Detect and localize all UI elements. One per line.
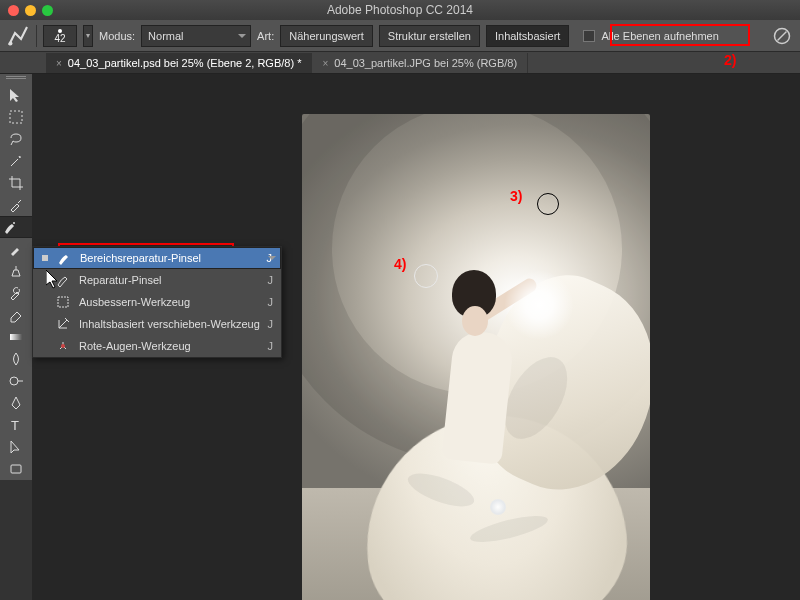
- history-brush-tool[interactable]: [2, 282, 30, 304]
- blur-tool[interactable]: [2, 348, 30, 370]
- flyout-item-shortcut: J: [268, 296, 274, 308]
- brush-cursor-icon: [414, 264, 438, 288]
- title-bar: Adobe Photoshop CC 2014: [0, 0, 800, 20]
- type-tool[interactable]: T: [2, 414, 30, 436]
- document-tab[interactable]: × 04_03_partikel.psd bei 25% (Ebene 2, R…: [46, 53, 312, 73]
- sample-all-layers-checkbox[interactable]: Alle Ebenen aufnehmen: [575, 24, 726, 48]
- clone-stamp-tool[interactable]: [2, 260, 30, 282]
- svg-point-5: [10, 377, 18, 385]
- flyout-item-spot-healing[interactable]: Bereichsreparatur-Pinsel J: [33, 247, 281, 269]
- pressure-toggle-button[interactable]: [770, 24, 794, 48]
- close-tab-icon[interactable]: ×: [322, 58, 328, 69]
- flyout-item-healing-brush[interactable]: Reparatur-Pinsel J: [33, 269, 281, 291]
- flyout-item-shortcut: J: [267, 252, 273, 264]
- type-content-aware-button[interactable]: Inhaltsbasiert: [486, 25, 569, 47]
- patch-tool-icon: [55, 294, 71, 310]
- modus-label: Modus:: [99, 30, 135, 42]
- flyout-item-label: Inhaltsbasiert verschieben-Werkzeug: [79, 318, 260, 330]
- flyout-item-patch[interactable]: Ausbessern-Werkzeug J: [33, 291, 281, 313]
- flyout-item-label: Reparatur-Pinsel: [79, 274, 260, 286]
- app-title: Adobe Photoshop CC 2014: [0, 3, 800, 17]
- move-tool[interactable]: [2, 84, 30, 106]
- content-aware-move-icon: [55, 316, 71, 332]
- flyout-item-shortcut: J: [268, 340, 274, 352]
- svg-rect-7: [11, 465, 21, 473]
- tools-panel: T: [0, 74, 32, 480]
- document-image: [302, 114, 650, 600]
- svg-text:T: T: [11, 418, 19, 433]
- svg-rect-8: [58, 297, 68, 307]
- red-eye-icon: [55, 338, 71, 354]
- dodge-tool[interactable]: [2, 370, 30, 392]
- document-tab[interactable]: × 04_03_partikel.JPG bei 25% (RGB/8): [312, 53, 528, 73]
- healing-tools-flyout: Bereichsreparatur-Pinsel J Reparatur-Pin…: [32, 246, 282, 358]
- flyout-item-shortcut: J: [268, 318, 274, 330]
- brush-tool[interactable]: [2, 238, 30, 260]
- options-bar: 42 ▾ Modus: Normal Art: Näherungswert St…: [0, 20, 800, 52]
- document-tab-strip: × 04_03_partikel.psd bei 25% (Ebene 2, R…: [0, 52, 800, 74]
- brush-preset-picker[interactable]: 42: [43, 25, 77, 47]
- tab-label: 04_03_partikel.psd bei 25% (Ebene 2, RGB…: [68, 57, 302, 69]
- svg-point-9: [61, 344, 65, 348]
- flyout-item-label: Ausbessern-Werkzeug: [79, 296, 260, 308]
- current-tool-icon[interactable]: [6, 24, 30, 48]
- flyout-item-shortcut: J: [268, 274, 274, 286]
- eraser-tool[interactable]: [2, 304, 30, 326]
- close-tab-icon[interactable]: ×: [56, 58, 62, 69]
- art-label: Art:: [257, 30, 274, 42]
- flyout-item-label: Rote-Augen-Werkzeug: [79, 340, 260, 352]
- active-indicator-icon: [42, 255, 48, 261]
- mode-select[interactable]: Normal: [141, 25, 251, 47]
- sample-all-layers-label: Alle Ebenen aufnehmen: [601, 30, 718, 42]
- brush-dropdown-icon[interactable]: ▾: [83, 25, 93, 47]
- gradient-tool[interactable]: [2, 326, 30, 348]
- type-proximity-button[interactable]: Näherungswert: [280, 25, 373, 47]
- marquee-tool[interactable]: [2, 106, 30, 128]
- spot-healing-icon: [56, 250, 72, 266]
- type-texture-button[interactable]: Struktur erstellen: [379, 25, 480, 47]
- svg-point-0: [9, 41, 13, 45]
- svg-rect-4: [10, 334, 22, 340]
- svg-point-3: [13, 222, 15, 224]
- magic-wand-tool[interactable]: [2, 150, 30, 172]
- eyedropper-tool[interactable]: [2, 194, 30, 216]
- healing-brush-icon: [55, 272, 71, 288]
- pen-tool[interactable]: [2, 392, 30, 414]
- mode-value: Normal: [148, 30, 183, 42]
- flyout-item-label: Bereichsreparatur-Pinsel: [80, 252, 259, 264]
- flyout-item-red-eye[interactable]: Rote-Augen-Werkzeug J: [33, 335, 281, 357]
- panel-grip-icon[interactable]: [6, 76, 26, 82]
- path-selection-tool[interactable]: [2, 436, 30, 458]
- svg-rect-2: [10, 111, 22, 123]
- tab-label: 04_03_partikel.JPG bei 25% (RGB/8): [334, 57, 517, 69]
- brush-size-value: 42: [54, 33, 65, 44]
- flyout-item-content-aware-move[interactable]: Inhaltsbasiert verschieben-Werkzeug J: [33, 313, 281, 335]
- lasso-tool[interactable]: [2, 128, 30, 150]
- shape-tool[interactable]: [2, 458, 30, 480]
- checkbox-box-icon: [583, 30, 595, 42]
- crop-tool[interactable]: [2, 172, 30, 194]
- brush-cursor-icon: [537, 193, 559, 215]
